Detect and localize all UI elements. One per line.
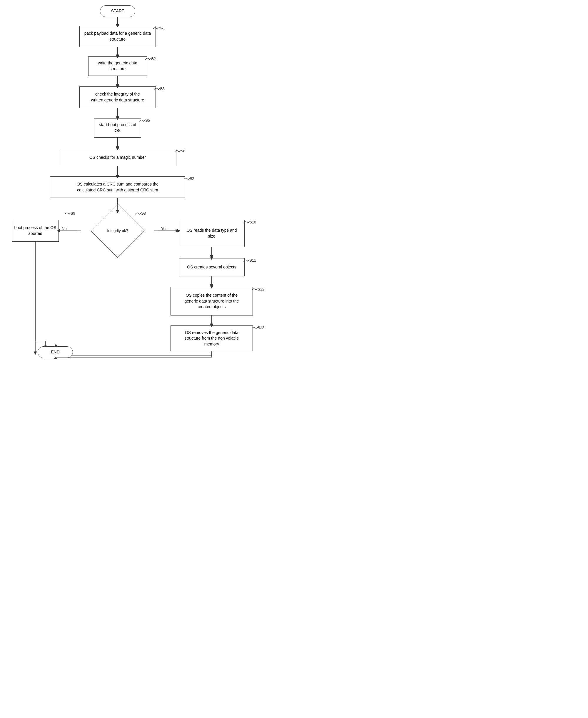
s8-label: S8 <box>141 211 146 215</box>
s7-node: OS calculates a CRC sum and compares the… <box>50 176 185 198</box>
s5-text: start boot process ofOS <box>99 122 136 133</box>
yes-label: Yes <box>161 226 167 231</box>
integrity-text: Integrity ok? <box>107 229 128 233</box>
flowchart: START pack payload data for a generic da… <box>0 0 294 359</box>
svg-marker-15 <box>176 229 179 232</box>
abort-text: boot process of the OSaborted <box>14 225 56 236</box>
s3-node: check the integrity of thewritten generi… <box>79 86 156 108</box>
s13-label: S13 <box>257 325 264 330</box>
s1-node: pack payload data for a generic datastru… <box>79 26 156 47</box>
s6-node: OS checks for a magic number <box>59 149 176 166</box>
s11-node: OS creates several objects <box>179 258 245 276</box>
s13-text: OS removes the generic datastructure fro… <box>185 330 239 347</box>
s5-node: start boot process ofOS <box>94 118 141 138</box>
s3-label: S3 <box>160 86 165 91</box>
svg-marker-19 <box>210 255 213 258</box>
s1-text: pack payload data for a generic datastru… <box>84 30 151 42</box>
s6-label: S6 <box>181 149 185 153</box>
s2-text: write the generic datastructure <box>98 60 137 72</box>
s13-node: OS removes the generic datastructure fro… <box>170 325 253 351</box>
s1-label: S1 <box>160 26 165 30</box>
s12-node: OS copies the content of thegeneric data… <box>170 287 253 316</box>
s11-label: S11 <box>249 258 256 262</box>
s12-text: OS copies the content of thegeneric data… <box>184 293 239 310</box>
integrity-diamond: Integrity ok? <box>81 212 154 250</box>
s9-label: S9 <box>70 211 75 215</box>
s5-label: S5 <box>145 118 150 123</box>
s7-label: S7 <box>190 176 194 181</box>
s11-text: OS creates several objects <box>187 264 236 270</box>
end-label: END <box>51 349 60 355</box>
svg-marker-60 <box>54 358 57 359</box>
s6-text: OS checks for a magic number <box>89 155 146 161</box>
start-node: START <box>100 5 135 17</box>
abort-node: boot process of the OSaborted <box>12 220 59 242</box>
start-label: START <box>111 8 124 14</box>
s12-label: S12 <box>257 287 264 291</box>
s7-text: OS calculates a CRC sum and compares the… <box>77 182 159 193</box>
s10-label: S10 <box>249 220 256 224</box>
s2-node: write the generic datastructure <box>88 57 147 76</box>
s10-node: OS reads the data type andsize <box>179 220 245 247</box>
svg-marker-21 <box>210 284 213 287</box>
end-node: END <box>38 346 73 358</box>
s3-text: check the integrity of thewritten generi… <box>91 91 144 103</box>
s10-text: OS reads the data type andsize <box>186 228 237 239</box>
s2-label: S2 <box>151 57 156 61</box>
no-label: No <box>62 226 67 231</box>
svg-marker-62 <box>34 352 37 355</box>
